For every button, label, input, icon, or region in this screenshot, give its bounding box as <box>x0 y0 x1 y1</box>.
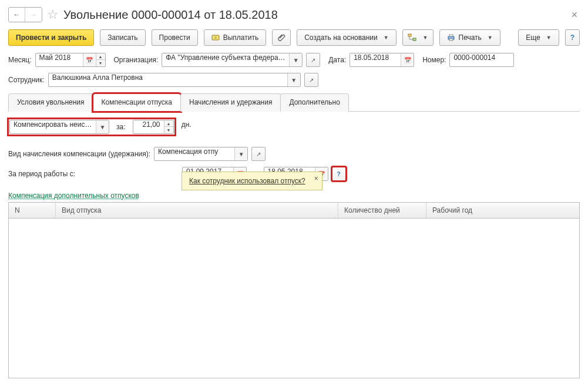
forward-button[interactable]: → <box>25 8 42 22</box>
org-field[interactable]: ФА "Управление субъекта федераци ▼ <box>162 53 303 67</box>
dropdown-icon[interactable]: ▼ <box>289 53 302 66</box>
date-label: Дата: <box>328 56 346 64</box>
col-days[interactable]: Количество дней <box>338 203 426 218</box>
svg-rect-2 <box>408 34 411 36</box>
related-docs-button[interactable]: ▼ <box>402 29 434 46</box>
page-title: Увольнение 0000-000014 от 18.05.2018 <box>63 8 278 22</box>
chevron-down-icon: ▼ <box>423 35 428 41</box>
favorite-star-icon[interactable]: ☆ <box>47 8 59 21</box>
compensation-mode-row: Компенсировать неиспол ▼ за: 21,00 ▲▼ <box>8 119 175 135</box>
printer-icon <box>447 33 455 42</box>
number-field[interactable]: 0000-000014 <box>449 53 514 67</box>
chevron-down-icon: ▼ <box>546 35 552 41</box>
col-kind[interactable]: Вид отпуска <box>56 203 338 218</box>
create-based-on-button[interactable]: Создать на основании▼ <box>297 29 396 46</box>
svg-point-1 <box>214 36 217 39</box>
month-label: Месяц: <box>8 56 32 64</box>
write-button[interactable]: Записать <box>100 29 145 46</box>
more-button[interactable]: Еще▼ <box>518 29 559 46</box>
date-field[interactable]: 18.05.2018 📅 <box>350 53 414 67</box>
comp-kind-field[interactable]: Компенсация отпу ▼ <box>154 147 248 161</box>
main-toolbar: Провести и закрыть Записать Провести Вып… <box>8 29 580 46</box>
comp-kind-label: Вид начисления компенсации (удержания): <box>8 150 150 158</box>
tab-content: Компенсировать неиспол ▼ за: 21,00 ▲▼ дн… <box>8 119 580 378</box>
month-field[interactable]: Май 2018 📅 ▲▼ <box>35 53 106 67</box>
attach-button[interactable] <box>272 29 291 46</box>
org-label: Организация: <box>114 56 159 64</box>
dropdown-icon[interactable]: ▼ <box>234 147 247 160</box>
doc-tree-icon <box>408 33 417 42</box>
comp-mode-field[interactable]: Компенсировать неиспол ▼ <box>9 120 109 134</box>
open-employee-button[interactable]: ↗ <box>304 73 318 87</box>
grid-header: N Вид отпуска Количество дней Рабочий го… <box>9 203 579 219</box>
days-unit: дн. <box>182 120 191 129</box>
money-icon <box>211 33 220 42</box>
help-button[interactable]: ? <box>565 29 580 46</box>
calendar-icon[interactable]: 📅 <box>401 53 414 66</box>
extra-vacation-grid: N Вид отпуска Количество дней Рабочий го… <box>8 202 580 378</box>
tooltip-close-icon[interactable]: × <box>314 174 318 183</box>
tab-accruals-deductions[interactable]: Начисления и удержания <box>180 93 281 112</box>
chevron-down-icon: ▼ <box>384 35 389 41</box>
dropdown-icon[interactable]: ▼ <box>287 73 300 86</box>
help-tooltip: × Как сотрудник использовал отпуск? <box>182 172 322 190</box>
pay-button[interactable]: Выплатить <box>204 29 267 46</box>
svg-rect-3 <box>413 38 416 41</box>
title-bar: ← → ☆ Увольнение 0000-000014 от 18.05.20… <box>8 7 580 22</box>
period-label: За период работы с: <box>8 170 179 178</box>
open-comp-kind-button[interactable]: ↗ <box>251 147 266 161</box>
employee-field[interactable]: Валюшкина Алла Петровна ▼ <box>48 73 301 87</box>
open-org-button[interactable]: ↗ <box>306 53 320 67</box>
period-help-button[interactable]: ? <box>332 167 346 181</box>
comp-kind-row: Вид начисления компенсации (удержания): … <box>8 147 580 161</box>
month-spinner[interactable]: ▲▼ <box>96 53 105 66</box>
col-n[interactable]: N <box>9 203 56 218</box>
dropdown-icon[interactable]: ▼ <box>96 120 109 133</box>
col-year[interactable]: Рабочий год <box>426 203 579 218</box>
header-fields-row: Месяц: Май 2018 📅 ▲▼ Организация: ФА "Уп… <box>8 53 580 67</box>
back-button[interactable]: ← <box>9 8 25 22</box>
tab-vacation-compensation[interactable]: Компенсации отпуска <box>93 93 181 112</box>
tab-additional[interactable]: Дополнительно <box>280 93 348 112</box>
for-label: за: <box>116 123 126 131</box>
nav-buttons: ← → <box>8 7 42 22</box>
print-button[interactable]: Печать▼ <box>439 29 500 46</box>
post-and-close-button[interactable]: Провести и закрыть <box>8 29 94 46</box>
svg-rect-6 <box>449 39 453 41</box>
number-label: Номер: <box>422 56 446 64</box>
days-spinner[interactable]: ▲▼ <box>164 120 173 133</box>
chevron-down-icon: ▼ <box>488 35 493 41</box>
days-field[interactable]: 21,00 ▲▼ <box>133 120 174 134</box>
tab-dismissal-terms[interactable]: Условия увольнения <box>8 93 93 112</box>
post-button[interactable]: Провести <box>152 29 198 46</box>
employee-label: Сотрудник: <box>8 76 45 84</box>
tabs: Условия увольнения Компенсации отпуска Н… <box>8 93 580 112</box>
paperclip-icon <box>277 33 285 42</box>
extra-vacation-link[interactable]: Компенсация дополнительных отпусков <box>8 192 139 200</box>
calendar-icon[interactable]: 📅 <box>83 53 96 66</box>
employee-row: Сотрудник: Валюшкина Алла Петровна ▼ ↗ <box>8 73 580 87</box>
tooltip-link[interactable]: Как сотрудник использовал отпуск? <box>189 177 305 185</box>
close-icon[interactable]: × <box>569 9 580 21</box>
svg-rect-5 <box>449 35 453 36</box>
